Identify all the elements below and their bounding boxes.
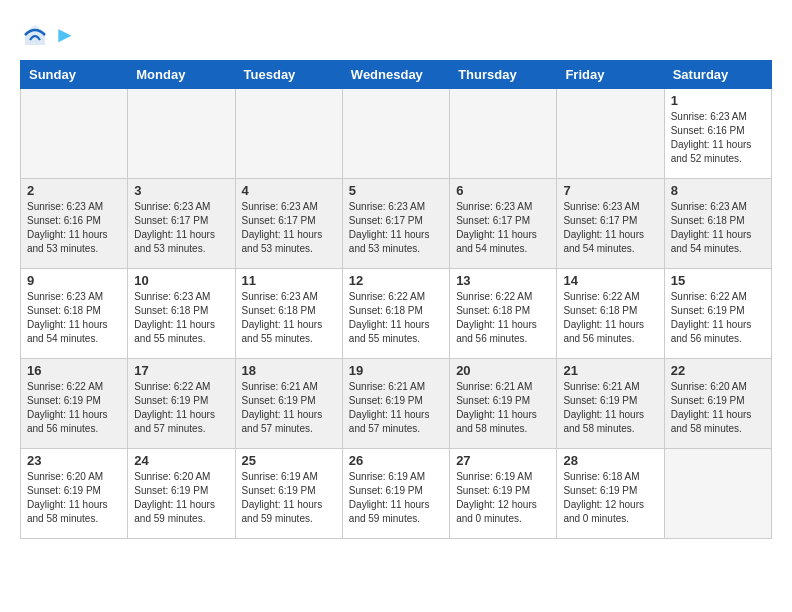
weekday-header-monday: Monday (128, 61, 235, 89)
calendar-day-cell: 3Sunrise: 6:23 AMSunset: 6:17 PMDaylight… (128, 179, 235, 269)
day-info: Sunrise: 6:23 AMSunset: 6:18 PMDaylight:… (242, 290, 336, 346)
weekday-header-saturday: Saturday (664, 61, 771, 89)
calendar-week-row: 9Sunrise: 6:23 AMSunset: 6:18 PMDaylight… (21, 269, 772, 359)
calendar-day-cell: 27Sunrise: 6:19 AMSunset: 6:19 PMDayligh… (450, 449, 557, 539)
calendar-day-cell: 2Sunrise: 6:23 AMSunset: 6:16 PMDaylight… (21, 179, 128, 269)
day-number: 27 (456, 453, 550, 468)
calendar-day-cell: 25Sunrise: 6:19 AMSunset: 6:19 PMDayligh… (235, 449, 342, 539)
day-info: Sunrise: 6:23 AMSunset: 6:17 PMDaylight:… (349, 200, 443, 256)
weekday-header-wednesday: Wednesday (342, 61, 449, 89)
day-number: 10 (134, 273, 228, 288)
calendar-day-cell: 21Sunrise: 6:21 AMSunset: 6:19 PMDayligh… (557, 359, 664, 449)
calendar-day-cell (450, 89, 557, 179)
day-info: Sunrise: 6:23 AMSunset: 6:18 PMDaylight:… (671, 200, 765, 256)
calendar-day-cell: 20Sunrise: 6:21 AMSunset: 6:19 PMDayligh… (450, 359, 557, 449)
weekday-header-thursday: Thursday (450, 61, 557, 89)
day-info: Sunrise: 6:22 AMSunset: 6:18 PMDaylight:… (563, 290, 657, 346)
calendar-day-cell: 23Sunrise: 6:20 AMSunset: 6:19 PMDayligh… (21, 449, 128, 539)
day-number: 1 (671, 93, 765, 108)
day-info: Sunrise: 6:19 AMSunset: 6:19 PMDaylight:… (456, 470, 550, 526)
day-info: Sunrise: 6:18 AMSunset: 6:19 PMDaylight:… (563, 470, 657, 526)
calendar-day-cell (128, 89, 235, 179)
day-info: Sunrise: 6:21 AMSunset: 6:19 PMDaylight:… (242, 380, 336, 436)
calendar-day-cell: 8Sunrise: 6:23 AMSunset: 6:18 PMDaylight… (664, 179, 771, 269)
day-info: Sunrise: 6:21 AMSunset: 6:19 PMDaylight:… (563, 380, 657, 436)
day-info: Sunrise: 6:19 AMSunset: 6:19 PMDaylight:… (242, 470, 336, 526)
calendar-day-cell: 14Sunrise: 6:22 AMSunset: 6:18 PMDayligh… (557, 269, 664, 359)
day-info: Sunrise: 6:20 AMSunset: 6:19 PMDaylight:… (671, 380, 765, 436)
calendar-day-cell: 16Sunrise: 6:22 AMSunset: 6:19 PMDayligh… (21, 359, 128, 449)
day-number: 4 (242, 183, 336, 198)
calendar-day-cell: 28Sunrise: 6:18 AMSunset: 6:19 PMDayligh… (557, 449, 664, 539)
day-number: 11 (242, 273, 336, 288)
calendar-day-cell (664, 449, 771, 539)
calendar-day-cell: 18Sunrise: 6:21 AMSunset: 6:19 PMDayligh… (235, 359, 342, 449)
day-info: Sunrise: 6:22 AMSunset: 6:19 PMDaylight:… (671, 290, 765, 346)
calendar-day-cell (235, 89, 342, 179)
day-info: Sunrise: 6:23 AMSunset: 6:17 PMDaylight:… (456, 200, 550, 256)
calendar-day-cell (21, 89, 128, 179)
day-info: Sunrise: 6:20 AMSunset: 6:19 PMDaylight:… (134, 470, 228, 526)
day-info: Sunrise: 6:21 AMSunset: 6:19 PMDaylight:… (349, 380, 443, 436)
day-number: 15 (671, 273, 765, 288)
day-info: Sunrise: 6:22 AMSunset: 6:19 PMDaylight:… (27, 380, 121, 436)
day-number: 25 (242, 453, 336, 468)
day-info: Sunrise: 6:19 AMSunset: 6:19 PMDaylight:… (349, 470, 443, 526)
day-info: Sunrise: 6:22 AMSunset: 6:18 PMDaylight:… (349, 290, 443, 346)
page-header: ► (20, 20, 772, 50)
day-info: Sunrise: 6:23 AMSunset: 6:18 PMDaylight:… (27, 290, 121, 346)
day-info: Sunrise: 6:22 AMSunset: 6:19 PMDaylight:… (134, 380, 228, 436)
day-number: 19 (349, 363, 443, 378)
calendar-day-cell: 6Sunrise: 6:23 AMSunset: 6:17 PMDaylight… (450, 179, 557, 269)
day-info: Sunrise: 6:23 AMSunset: 6:17 PMDaylight:… (242, 200, 336, 256)
day-info: Sunrise: 6:23 AMSunset: 6:17 PMDaylight:… (563, 200, 657, 256)
logo: ► (20, 20, 76, 50)
day-number: 7 (563, 183, 657, 198)
day-number: 28 (563, 453, 657, 468)
day-number: 12 (349, 273, 443, 288)
logo-icon (20, 20, 50, 50)
day-number: 20 (456, 363, 550, 378)
calendar-day-cell: 15Sunrise: 6:22 AMSunset: 6:19 PMDayligh… (664, 269, 771, 359)
calendar-day-cell: 4Sunrise: 6:23 AMSunset: 6:17 PMDaylight… (235, 179, 342, 269)
calendar-day-cell: 5Sunrise: 6:23 AMSunset: 6:17 PMDaylight… (342, 179, 449, 269)
calendar-day-cell: 17Sunrise: 6:22 AMSunset: 6:19 PMDayligh… (128, 359, 235, 449)
day-info: Sunrise: 6:23 AMSunset: 6:17 PMDaylight:… (134, 200, 228, 256)
calendar-day-cell: 19Sunrise: 6:21 AMSunset: 6:19 PMDayligh… (342, 359, 449, 449)
calendar-day-cell: 1Sunrise: 6:23 AMSunset: 6:16 PMDaylight… (664, 89, 771, 179)
weekday-header-row: SundayMondayTuesdayWednesdayThursdayFrid… (21, 61, 772, 89)
calendar-day-cell (557, 89, 664, 179)
logo-text: ► (54, 23, 76, 47)
day-info: Sunrise: 6:23 AMSunset: 6:16 PMDaylight:… (27, 200, 121, 256)
day-number: 3 (134, 183, 228, 198)
weekday-header-tuesday: Tuesday (235, 61, 342, 89)
logo-blue-part: ► (54, 22, 76, 47)
calendar-week-row: 23Sunrise: 6:20 AMSunset: 6:19 PMDayligh… (21, 449, 772, 539)
calendar-week-row: 16Sunrise: 6:22 AMSunset: 6:19 PMDayligh… (21, 359, 772, 449)
weekday-header-sunday: Sunday (21, 61, 128, 89)
day-number: 14 (563, 273, 657, 288)
calendar-day-cell: 24Sunrise: 6:20 AMSunset: 6:19 PMDayligh… (128, 449, 235, 539)
calendar-day-cell: 11Sunrise: 6:23 AMSunset: 6:18 PMDayligh… (235, 269, 342, 359)
day-info: Sunrise: 6:20 AMSunset: 6:19 PMDaylight:… (27, 470, 121, 526)
day-number: 2 (27, 183, 121, 198)
day-number: 16 (27, 363, 121, 378)
day-number: 17 (134, 363, 228, 378)
calendar-week-row: 1Sunrise: 6:23 AMSunset: 6:16 PMDaylight… (21, 89, 772, 179)
day-number: 21 (563, 363, 657, 378)
day-info: Sunrise: 6:22 AMSunset: 6:18 PMDaylight:… (456, 290, 550, 346)
day-number: 24 (134, 453, 228, 468)
calendar-day-cell: 7Sunrise: 6:23 AMSunset: 6:17 PMDaylight… (557, 179, 664, 269)
day-number: 5 (349, 183, 443, 198)
day-number: 26 (349, 453, 443, 468)
day-info: Sunrise: 6:21 AMSunset: 6:19 PMDaylight:… (456, 380, 550, 436)
calendar-day-cell (342, 89, 449, 179)
day-number: 18 (242, 363, 336, 378)
calendar-day-cell: 26Sunrise: 6:19 AMSunset: 6:19 PMDayligh… (342, 449, 449, 539)
calendar-day-cell: 10Sunrise: 6:23 AMSunset: 6:18 PMDayligh… (128, 269, 235, 359)
day-number: 9 (27, 273, 121, 288)
day-info: Sunrise: 6:23 AMSunset: 6:18 PMDaylight:… (134, 290, 228, 346)
day-info: Sunrise: 6:23 AMSunset: 6:16 PMDaylight:… (671, 110, 765, 166)
calendar-day-cell: 13Sunrise: 6:22 AMSunset: 6:18 PMDayligh… (450, 269, 557, 359)
calendar-day-cell: 12Sunrise: 6:22 AMSunset: 6:18 PMDayligh… (342, 269, 449, 359)
